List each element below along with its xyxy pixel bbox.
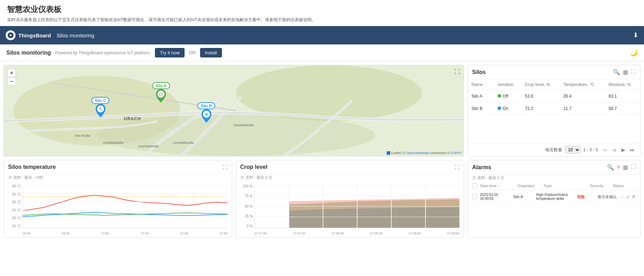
main-content: + − URACH Alte Straße Urachtalstraße Ura… xyxy=(0,61,644,266)
alarms-filter-icon[interactable]: ≡ xyxy=(617,164,620,171)
silo-a-pin: 📋 xyxy=(156,89,166,103)
last-page-button[interactable]: ⏭ xyxy=(628,146,637,154)
silos-table-header-row: Name ↑ Aeration Crop level, % Temperatur… xyxy=(468,79,640,90)
crop-chart: 100 % 75 % 50 % 25 % 0 % xyxy=(240,184,460,235)
silos-fullscreen-icon[interactable]: ⛶ xyxy=(631,69,636,75)
crop-y-axis: 100 % 75 % 50 % 25 % 0 % xyxy=(240,184,254,228)
silo-c-pin: 🔧 xyxy=(96,104,106,117)
svg-text:🔧: 🔧 xyxy=(98,107,103,111)
tb-logo-icon xyxy=(6,30,16,40)
crop-panel-header: Crop level ⛶ xyxy=(236,160,464,174)
alarms-panel: Alarms 🔍 ≡ ▦ ⛶ ⏱ 实时 · 最后 1 天 Start time … xyxy=(468,160,640,238)
temp-lines-svg xyxy=(23,184,228,228)
col-start-time: Start time ↓ xyxy=(480,184,514,188)
tb-dashboard-name: Silos monitoring xyxy=(57,32,95,38)
col-type: Type xyxy=(543,184,587,188)
silos-row-0-aeration-dot xyxy=(498,94,501,98)
dash-subheader: Silos monitoring Powered by ThingsBoard … xyxy=(0,44,644,61)
alarm-0-more-button[interactable]: ··· xyxy=(620,194,625,200)
col-aeration: Aeration xyxy=(494,79,521,90)
try-it-now-button[interactable]: Try it now xyxy=(155,48,185,57)
col-temperature: Temperature, °C xyxy=(560,79,605,90)
crop-chart-area: 100 % 75 % 50 % 25 % 0 % xyxy=(236,182,464,237)
silos-row-1-crop: 72.2 xyxy=(521,103,560,115)
next-page-button[interactable]: ▶ xyxy=(619,146,627,154)
temp-fullscreen-icon[interactable]: ⛶ xyxy=(223,164,228,170)
silos-row-0-temp: 26.4 xyxy=(560,90,605,103)
silos-row-0: Silo A Off 53.9 26.4 63.1 xyxy=(468,90,640,103)
road-label-alte: Alte Straße xyxy=(74,134,90,137)
silos-row-0-aeration: Off xyxy=(494,90,521,103)
map-town-label: URACH xyxy=(124,116,141,121)
silos-row-1-aeration-dot xyxy=(498,106,501,110)
silos-row-1-name: Silo B xyxy=(468,103,494,115)
alarm-0-checkbox[interactable] xyxy=(472,194,477,199)
temp-panel-header: Silos temperature ⛶ xyxy=(4,160,232,174)
crop-fullscreen-icon[interactable]: ⛶ xyxy=(455,164,459,170)
road-label-urach4: Urachtalstraße xyxy=(233,123,254,127)
silo-b-marker[interactable]: Silo B ✖ xyxy=(197,102,215,123)
map-zoom-in[interactable]: + xyxy=(7,69,16,77)
map-zoom-controls: + − xyxy=(7,69,16,86)
temp-panel-title: Silos temperature xyxy=(8,164,223,170)
silo-a-label: Silo A xyxy=(152,82,170,89)
first-page-button[interactable]: ⏮ xyxy=(601,146,609,154)
alarm-0-starttime: 2023-03-20 16:49:55 xyxy=(480,193,510,201)
install-button[interactable]: Install xyxy=(200,48,222,57)
temp-x-axis: 16:40 16:50 17:00 17:10 17:20 17:30 xyxy=(22,232,228,235)
alarms-search-icon[interactable]: 🔍 xyxy=(607,164,614,171)
temp-chart-content xyxy=(22,184,228,228)
col-status: Status xyxy=(613,184,636,188)
crop-chart-content xyxy=(254,184,460,228)
silos-row-1-moisture: 58.7 xyxy=(605,103,640,115)
silos-table: Name ↑ Aeration Crop level, % Temperatur… xyxy=(468,79,640,115)
silos-row-1: Silo B On 72.2 21.7 58.7 xyxy=(468,103,640,115)
col-severity: Severity xyxy=(590,184,610,188)
page-size-select[interactable]: 10 xyxy=(565,146,580,154)
svg-text:📋: 📋 xyxy=(159,92,163,97)
alarms-fullscreen-icon[interactable]: ⛶ xyxy=(631,164,636,171)
silos-row-1-temp: 21.7 xyxy=(560,103,605,115)
dash-powered: Powered by ThingsBoard opensource IoT pl… xyxy=(55,50,151,55)
map-panel: + − URACH Alte Straße Urachtalstraße Ura… xyxy=(4,65,464,157)
temp-chart-area: 40 °C 35 °C 30 °C 25 °C 20 °C 15 °C xyxy=(4,182,232,237)
alarm-0-close-button[interactable]: ✕ xyxy=(632,194,636,200)
alarm-0-status: 激活未确认 xyxy=(597,194,618,200)
silos-search-icon[interactable]: 🔍 xyxy=(613,69,620,75)
alarms-panel-title: Alarms xyxy=(472,164,607,171)
alarm-row-0: 2023-03-20 16:49:55 Silo A High Outdoor/… xyxy=(468,190,640,204)
silo-a-marker[interactable]: Silo A 📋 xyxy=(152,82,170,103)
alarm-0-actions: ··· ✓ ✕ xyxy=(620,194,636,200)
silo-c-marker[interactable]: Silo C 🔧 xyxy=(91,97,109,117)
page-size-label: 每页数量 xyxy=(545,147,562,153)
silo-b-label: Silo B xyxy=(197,102,215,109)
alarms-grid-icon[interactable]: ▦ xyxy=(623,164,628,171)
silos-grid-icon[interactable]: ▦ xyxy=(623,69,628,75)
map-fullscreen-button[interactable]: ⛶ xyxy=(455,69,460,75)
tb-download-button[interactable]: ⬇ xyxy=(633,31,638,39)
silos-row-0-moisture: 63.1 xyxy=(605,90,640,103)
col-crop-level: Crop level, % xyxy=(521,79,560,90)
map-zoom-out[interactable]: − xyxy=(7,77,16,86)
tb-logo: ThingsBoard xyxy=(6,30,51,40)
page-description: 实时演示服务器上托管的以下交互式仪表板代表了智能农业IoT数据可视化，该可视化可… xyxy=(7,17,637,23)
road-label-urach1: Urachtalstraße xyxy=(103,141,124,145)
silos-panel: Silos 🔍 ▦ ⛶ Name ↑ Aeration Crop level, … xyxy=(468,65,640,157)
dark-mode-toggle[interactable]: 🌙 xyxy=(630,49,638,57)
page-header: 智慧农业仪表板 实时演示服务器上托管的以下交互式仪表板代表了智能农业IoT数据可… xyxy=(0,0,644,26)
silo-c-label: Silo C xyxy=(91,97,109,104)
silos-table-footer: 每页数量 10 1 - 3 - 3 ⏮ ◀ ▶ ⏭ xyxy=(468,143,640,156)
map-credit: 🟦 Leaflet | © OpenStreetMap contributors… xyxy=(386,151,462,155)
prev-page-button[interactable]: ◀ xyxy=(610,146,618,154)
crop-level-panel: Crop level ⛶ ⏱ 实时 · 最后 5 分 100 % 75 % 50… xyxy=(236,160,464,238)
alarm-0-check-button[interactable]: ✓ xyxy=(626,194,630,200)
col-moisture: Moisture, % xyxy=(605,79,640,90)
road-label-urach2: Urachtalstraße xyxy=(138,145,159,148)
alarms-select-all-checkbox[interactable] xyxy=(472,183,477,188)
silos-panel-actions: 🔍 ▦ ⛶ xyxy=(613,69,636,75)
dash-title: Silos monitoring xyxy=(6,50,51,56)
page-title: 智慧农业仪表板 xyxy=(7,4,637,15)
col-name: Name ↑ xyxy=(468,79,494,90)
temperature-panel: Silos temperature ⛶ ⏱ 实时 · 最后 · 小时 40 °C… xyxy=(4,160,232,238)
dash-or: OR xyxy=(189,50,196,55)
